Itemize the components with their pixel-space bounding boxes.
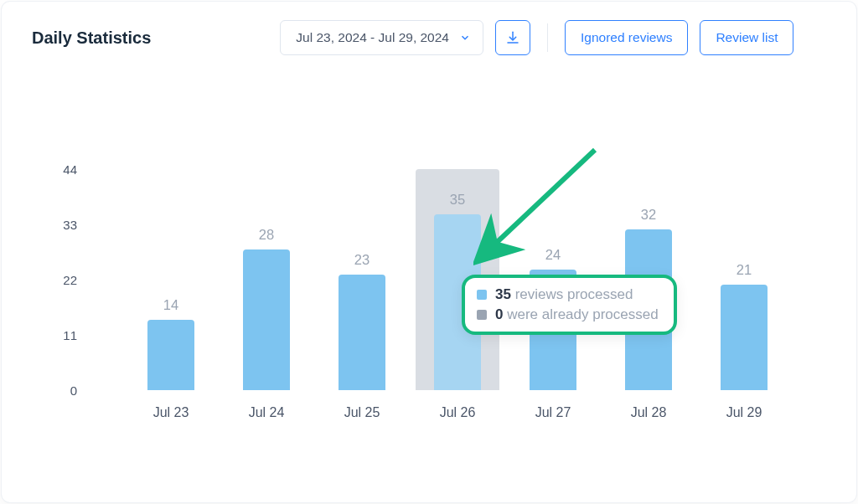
tooltip-row-processed: 35 reviews processed [477, 286, 659, 303]
x-tick-label: Jul 23 [121, 405, 221, 420]
review-list-label: Review list [716, 30, 778, 45]
tooltip-label-already: were already processed [507, 306, 658, 322]
x-tick-label: Jul 25 [312, 405, 412, 420]
tooltip-label-processed: reviews processed [515, 286, 633, 302]
x-tick-label: Jul 24 [216, 405, 317, 420]
stats-card: Daily Statistics Jul 23, 2024 - Jul 29, … [2, 2, 856, 502]
separator [547, 23, 548, 52]
download-icon [505, 30, 520, 45]
chart-tooltip: 35 reviews processed 0 were already proc… [462, 275, 677, 335]
y-tick-label: 22 [44, 273, 77, 287]
date-range-picker[interactable]: Jul 23, 2024 - Jul 29, 2024 [280, 20, 483, 55]
bar [721, 285, 768, 390]
bar-value-label: 24 [511, 247, 595, 263]
bar-value-label: 21 [702, 262, 786, 278]
x-tick-label: Jul 27 [503, 405, 603, 420]
y-tick-label: 33 [44, 218, 77, 232]
daily-stats-chart: 011223344 14Jul 2328Jul 2423Jul 2535Jul … [90, 169, 816, 390]
chevron-down-icon [459, 32, 471, 44]
ignored-reviews-button[interactable]: Ignored reviews [565, 20, 688, 55]
legend-swatch-blue [477, 290, 487, 300]
y-tick-label: 11 [44, 328, 77, 342]
bar [147, 320, 194, 390]
tooltip-value-processed: 35 [495, 286, 511, 302]
bar [243, 249, 290, 390]
bar-value-label: 35 [416, 192, 499, 208]
bar-value-label: 32 [607, 207, 690, 223]
x-tick-label: Jul 26 [407, 405, 508, 420]
date-range-label: Jul 23, 2024 - Jul 29, 2024 [296, 30, 449, 45]
bar-value-label: 14 [129, 297, 213, 313]
review-list-button[interactable]: Review list [700, 20, 793, 55]
ignored-reviews-label: Ignored reviews [581, 30, 672, 45]
legend-swatch-gray [477, 310, 487, 320]
x-tick-label: Jul 28 [598, 405, 699, 420]
tooltip-value-already: 0 [495, 306, 503, 322]
bar-value-label: 28 [225, 227, 308, 243]
bar-value-label: 23 [320, 252, 404, 268]
bar [339, 275, 385, 390]
card-header: Daily Statistics Jul 23, 2024 - Jul 29, … [2, 2, 856, 75]
download-button[interactable] [495, 20, 530, 55]
y-tick-label: 44 [44, 162, 77, 177]
page-title: Daily Statistics [32, 28, 151, 48]
y-tick-label: 0 [44, 383, 77, 398]
tooltip-row-already: 0 were already processed [477, 306, 659, 323]
x-tick-label: Jul 29 [694, 405, 794, 420]
